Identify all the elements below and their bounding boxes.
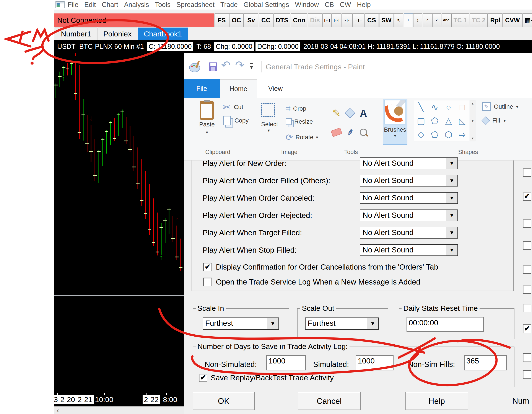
magnifier-tool-icon[interactable]	[360, 128, 367, 136]
price-chart[interactable]: ↑↓↓↑↓	[54, 53, 184, 393]
save-replay-row[interactable]: ✔ Save Replay/BackTest Trade Activity	[199, 374, 334, 382]
alert-sound-combo[interactable]: No Alert Sound▼	[360, 209, 458, 221]
menu-item-trade[interactable]: Trade	[220, 1, 238, 9]
copy-button[interactable]: Copy	[223, 116, 248, 125]
shape-glyph[interactable]: ∿	[431, 102, 438, 112]
shapes-scrollbar[interactable]: ▴▾▾	[470, 100, 475, 141]
chevron-down-icon[interactable]: ▼	[446, 210, 457, 221]
toolbar-button-[interactable]: ↖	[394, 13, 403, 27]
toolbar-button-abc[interactable]: abc	[442, 13, 451, 27]
non-sim-fills-input[interactable]: 365	[464, 355, 507, 370]
eraser-tool-icon[interactable]	[331, 128, 342, 137]
checkbox[interactable]: ✔	[199, 374, 207, 382]
toolbar-button-[interactable]: |↔|	[332, 13, 341, 27]
toolbar-button-[interactable]: +	[404, 13, 413, 27]
shape-glyph[interactable]: □	[460, 102, 465, 112]
checkbox[interactable]: ✔	[523, 325, 531, 333]
checkbox[interactable]: ✔	[523, 192, 531, 201]
toolbar-button-rpl[interactable]: Rpl	[488, 13, 503, 27]
toolbar-button-sw[interactable]: SW	[379, 13, 394, 27]
fill-tool-icon[interactable]	[345, 108, 355, 118]
option-row[interactable]: ✔ Display Confirmation for Order Cancell…	[203, 263, 438, 271]
chevron-down-icon[interactable]: ▼	[267, 318, 278, 329]
shape-glyph[interactable]: △	[445, 116, 452, 126]
toolbar-button-[interactable]: ▦+	[522, 13, 532, 27]
alert-sound-combo[interactable]: No Alert Sound▼	[360, 175, 458, 187]
shape-glyph[interactable]: ▢	[417, 116, 425, 126]
checkbox[interactable]	[523, 219, 531, 228]
redo-icon[interactable]: ↷	[235, 59, 245, 72]
shape-glyph[interactable]: ╲	[418, 102, 424, 112]
shape-glyph[interactable]: ⇨	[458, 129, 466, 139]
checkbox[interactable]: ✔	[203, 263, 212, 271]
toolbar-button-[interactable]: →|←	[353, 13, 364, 27]
toolbar-button-fs[interactable]: FS	[215, 13, 229, 27]
chevron-down-icon[interactable]: ▼	[446, 158, 457, 169]
checkbox[interactable]	[523, 304, 531, 312]
text-tool-icon[interactable]: A	[360, 107, 367, 119]
shape-glyph[interactable]: ⬠	[431, 129, 439, 139]
menu-item-tools[interactable]: Tools	[155, 1, 171, 9]
toolbar-button-[interactable]: →|←	[342, 13, 352, 27]
chart-scrollbar[interactable]	[54, 406, 184, 414]
chart-scroll-left-arrow[interactable]: ‹	[57, 406, 59, 414]
chartbook-tab-number1[interactable]: Number1	[55, 28, 97, 40]
chevron-down-icon[interactable]: ▼	[446, 245, 457, 256]
cut-button[interactable]: ✂ Cut	[223, 101, 243, 113]
scale-in-combo[interactable]: Furthest ▼	[203, 317, 279, 330]
chevron-down-icon[interactable]: ▼	[446, 227, 457, 238]
menu-item-cb[interactable]: CB	[325, 1, 334, 9]
select-button[interactable]: Select ▾	[261, 103, 276, 133]
qat-customize-caret[interactable]: ▾	[250, 63, 253, 70]
shape-glyph[interactable]: ⬡	[445, 129, 452, 139]
scale-out-combo[interactable]: Furthest ▼	[305, 317, 379, 330]
option-row[interactable]: Open the Trade Service Log When a New Me…	[203, 278, 420, 286]
alert-sound-combo[interactable]: No Alert Sound▼	[360, 158, 458, 169]
toolbar-button-sv[interactable]: Sv	[244, 13, 258, 27]
simulated-input[interactable]: 1000	[356, 355, 394, 370]
chevron-down-icon[interactable]: ▼	[446, 193, 457, 203]
checkbox[interactable]	[523, 168, 531, 177]
menu-item-analysis[interactable]: Analysis	[124, 1, 149, 9]
toolbar-button-cc[interactable]: CC	[259, 13, 273, 27]
toolbar-button-con[interactable]: Con	[291, 13, 307, 27]
daily-stats-reset-input[interactable]: 00:00:00	[407, 317, 484, 332]
crop-button[interactable]: ⌗ Crop	[286, 104, 306, 114]
toolbar-button-dts[interactable]: DTS	[274, 13, 290, 27]
brushes-button[interactable]: Brushes ▾	[383, 99, 407, 145]
fill-button[interactable]: Fill ▾	[483, 117, 506, 124]
non-simulated-input[interactable]: 1000	[266, 355, 306, 370]
chartbook-tab-chartbook1[interactable]: Chartbook1	[138, 28, 188, 40]
shapes-grid[interactable]: ╲∿○□▢⬠△◺◇⬠⬡⇨	[414, 100, 469, 141]
shapes-scroll-arrow[interactable]: ▾	[472, 119, 474, 123]
toolbar-button-cs[interactable]: CS	[364, 13, 379, 27]
checkbox[interactable]	[523, 353, 531, 362]
alert-sound-combo[interactable]: No Alert Sound▼	[360, 192, 458, 204]
toolbar-button-[interactable]: ∕	[432, 13, 441, 27]
tab-file[interactable]: File	[184, 79, 220, 98]
menu-item-help[interactable]: Help	[357, 1, 371, 9]
alert-sound-combo[interactable]: No Alert Sound▼	[360, 227, 458, 238]
undo-icon[interactable]: ↶	[221, 59, 231, 72]
ok-button[interactable]: OK	[193, 392, 255, 410]
chevron-down-icon[interactable]: ▼	[446, 175, 457, 186]
outline-button[interactable]: ✎ Outline ▾	[482, 102, 518, 111]
checkbox[interactable]	[523, 241, 531, 250]
save-icon[interactable]	[209, 62, 217, 71]
chevron-down-icon[interactable]: ▼	[367, 318, 378, 329]
paste-button[interactable]: Paste ▾	[195, 100, 219, 148]
toolbar-button-cvw[interactable]: CVW	[503, 13, 522, 27]
toolbar-button-[interactable]: |↔|	[323, 13, 332, 27]
toolbar-button-[interactable]: ∕	[423, 13, 432, 27]
shape-glyph[interactable]: ⬠	[431, 116, 439, 126]
menu-item-global-settings[interactable]: Global Settings	[244, 1, 289, 9]
menu-item-cw[interactable]: CW	[340, 1, 351, 9]
menu-item-edit[interactable]: Edit	[84, 1, 96, 9]
cancel-button[interactable]: Cancel	[298, 392, 361, 410]
checkbox[interactable]	[523, 265, 531, 274]
menu-item-window[interactable]: Window	[295, 1, 319, 9]
shape-glyph[interactable]: ○	[446, 102, 451, 112]
checkbox[interactable]	[523, 285, 531, 294]
chartbook-tab-poloniex[interactable]: Poloniex	[97, 28, 137, 40]
toolbar-button-[interactable]: ↨	[413, 13, 422, 27]
